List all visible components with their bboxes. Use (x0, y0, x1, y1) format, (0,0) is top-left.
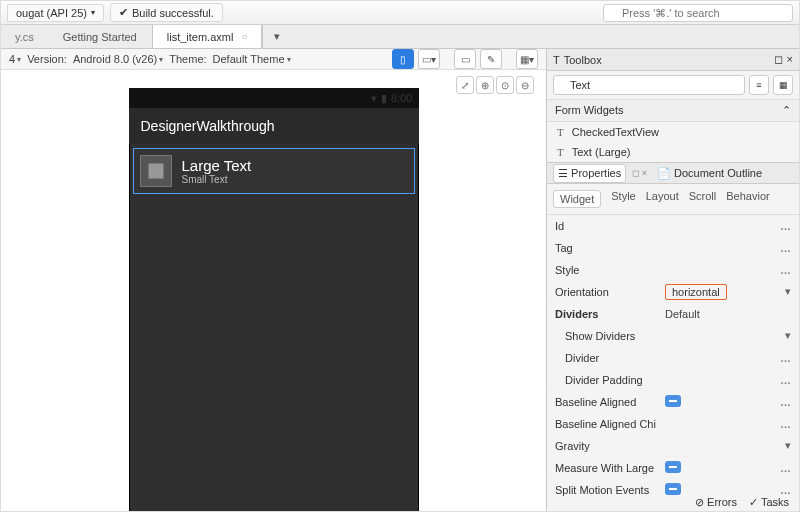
toolbox-item-checkedtextview[interactable]: TCheckedTextView (547, 122, 799, 142)
tab-behavior[interactable]: Behavior (726, 190, 769, 208)
properties-header: ☰ Properties ◻ × 📄 Document Outline (547, 162, 799, 184)
more-icon[interactable]: … (780, 242, 791, 254)
device-frame-button[interactable]: ▭ (454, 49, 476, 69)
collapse-icon[interactable]: ⌃ (782, 104, 791, 117)
property-show-dividers[interactable]: Show Dividers▾ (547, 325, 799, 347)
svg-point-0 (151, 166, 154, 169)
toggle-icon[interactable] (665, 461, 681, 473)
tab-file-cs[interactable]: y.cs (1, 25, 49, 48)
tab-getting-started[interactable]: Getting Started (49, 25, 152, 48)
toggle-icon[interactable] (665, 483, 681, 495)
toolbox-icon: T (553, 54, 560, 66)
tasks-panel-button[interactable]: ✓ Tasks (749, 496, 789, 509)
zoom-out-icon[interactable]: ⊖ (516, 76, 534, 94)
app-bar: DesignerWalkthrough (129, 108, 419, 144)
image-placeholder-icon (140, 155, 172, 187)
status-footer: ⊘ Errors ✓ Tasks (695, 496, 789, 509)
designer-toolbar: 4 Version: Android 8.0 (v26) Theme: Defa… (1, 49, 546, 70)
global-search[interactable] (603, 4, 793, 22)
property-list: Id…Tag…Style…Orientationhorizontal▾Divid… (547, 215, 799, 511)
property-baseline-aligned[interactable]: Baseline Aligned… (547, 391, 799, 413)
theme-selector[interactable]: Default Theme (213, 53, 291, 65)
zoom-controls: ⤢ ⊕ ⊙ ⊖ (456, 76, 534, 94)
check-icon: ✔ (119, 6, 128, 19)
search-input[interactable] (603, 4, 793, 22)
close-icon[interactable]: ○ (241, 31, 247, 42)
property-measure-with-large[interactable]: Measure With Large… (547, 457, 799, 479)
fit-icon[interactable]: ⤢ (456, 76, 474, 94)
more-icon[interactable]: … (780, 220, 791, 232)
property-tabs: Widget Style Layout Scroll Behavior (547, 184, 799, 215)
dock-icon[interactable]: ◻ × (632, 168, 647, 178)
property-orientation[interactable]: Orientationhorizontal▾ (547, 281, 799, 303)
text-icon: T (557, 146, 564, 158)
chevron-down-icon[interactable]: ▾ (785, 439, 791, 452)
portrait-button[interactable]: ▯ (392, 49, 414, 69)
property-divider-padding[interactable]: Divider Padding… (547, 369, 799, 391)
zoom-reset-icon[interactable]: ⊙ (496, 76, 514, 94)
list-view-button[interactable]: ≡ (749, 75, 769, 95)
property-divider[interactable]: Divider… (547, 347, 799, 369)
property-style[interactable]: Style… (547, 259, 799, 281)
version-selector[interactable]: Android 8.0 (v26) (73, 53, 163, 65)
grid-view-button[interactable]: ▦ (773, 75, 793, 95)
device-preview[interactable]: ▾ ▮ 8:00 DesignerWalkthrough Large Text … (129, 88, 419, 512)
toolbox-category[interactable]: Form Widgets⌃ (547, 99, 799, 122)
edit-button[interactable]: ✎ (480, 49, 502, 69)
large-text: Large Text (182, 157, 252, 174)
more-icon[interactable]: … (780, 352, 791, 364)
property-tag[interactable]: Tag… (547, 237, 799, 259)
property-gravity[interactable]: Gravity▾ (547, 435, 799, 457)
version-label: Version: (27, 53, 67, 65)
dock-icon[interactable]: ◻ (774, 53, 783, 66)
properties-tab[interactable]: ☰ Properties (553, 164, 626, 183)
tab-overflow[interactable]: ▾ (262, 25, 292, 48)
property-id[interactable]: Id… (547, 215, 799, 237)
tab-widget[interactable]: Widget (553, 190, 601, 208)
more-icon[interactable]: … (780, 374, 791, 386)
text-icon: T (557, 126, 564, 138)
more-icon[interactable]: … (780, 484, 791, 496)
zoom-in-icon[interactable]: ⊕ (476, 76, 494, 94)
property-dividers[interactable]: DividersDefault (547, 303, 799, 325)
clock: 8:00 (391, 92, 412, 104)
list-item-selected[interactable]: Large Text Small Text (133, 148, 415, 194)
more-icon[interactable]: … (780, 462, 791, 474)
tab-scroll[interactable]: Scroll (689, 190, 717, 208)
property-baseline-aligned-chi[interactable]: Baseline Aligned Chi… (547, 413, 799, 435)
toolbox-search-input[interactable] (553, 75, 745, 95)
toolbox-header: T Toolbox ◻× (547, 49, 799, 71)
wifi-icon: ▾ (371, 92, 377, 105)
toolbox-item-text-large[interactable]: TText (Large) (547, 142, 799, 162)
more-icon[interactable]: … (780, 264, 791, 276)
designer-editor: 4 Version: Android 8.0 (v26) Theme: Defa… (1, 49, 547, 511)
small-text: Small Text (182, 174, 252, 185)
battery-icon: ▮ (381, 92, 387, 105)
close-icon[interactable]: × (787, 53, 793, 66)
status-bar: ▾ ▮ 8:00 (129, 88, 419, 108)
tab-layout[interactable]: Layout (646, 190, 679, 208)
document-outline-tab[interactable]: 📄 Document Outline (653, 165, 766, 182)
more-icon[interactable]: … (780, 396, 791, 408)
chevron-down-icon[interactable]: ▾ (785, 329, 791, 342)
top-toolbar: ougat (API 25)▾ ✔Build successful. (1, 1, 799, 25)
more-icon[interactable]: … (780, 418, 791, 430)
toggle-icon[interactable] (665, 395, 681, 407)
chevron-down-icon[interactable]: ▾ (785, 285, 791, 298)
build-status: ✔Build successful. (110, 3, 223, 22)
target-selector[interactable]: ougat (API 25)▾ (7, 4, 104, 22)
design-canvas[interactable]: ⤢ ⊕ ⊙ ⊖ ▾ ▮ 8:00 DesignerWalkthrough La (1, 70, 546, 512)
document-tabs: y.cs Getting Started list_item.axml○ ▾ (1, 25, 799, 49)
errors-panel-button[interactable]: ⊘ Errors (695, 496, 737, 509)
theme-label: Theme: (169, 53, 206, 65)
grid-button[interactable]: ▦▾ (516, 49, 538, 69)
landscape-button[interactable]: ▭▾ (418, 49, 440, 69)
tab-list-item[interactable]: list_item.axml○ (152, 25, 263, 48)
right-panel: T Toolbox ◻× ≡ ▦ Form Widgets⌃ TCheckedT… (547, 49, 799, 511)
scale-selector[interactable]: 4 (9, 53, 21, 65)
tab-style[interactable]: Style (611, 190, 635, 208)
